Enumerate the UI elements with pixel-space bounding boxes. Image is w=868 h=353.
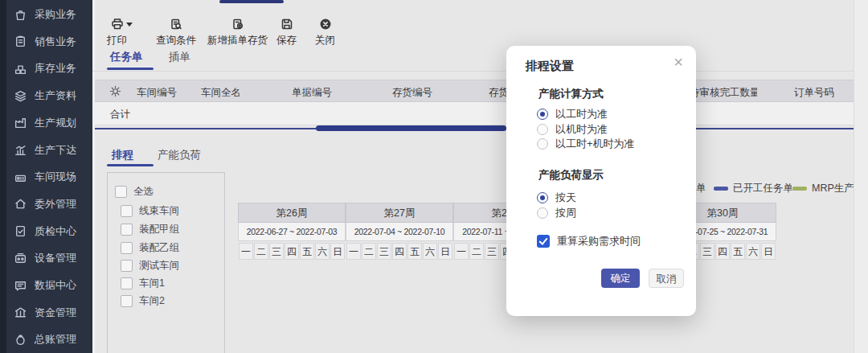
day-name-cell: 三 xyxy=(700,243,714,260)
workshop-checkbox-item[interactable]: 车间1 xyxy=(121,277,165,290)
checkbox-label: 车间1 xyxy=(139,277,165,290)
production-data-icon xyxy=(14,89,27,103)
radio-option-machine-hours[interactable]: 以机时为准 xyxy=(537,122,608,137)
radio-option-by-week[interactable]: 按周 xyxy=(537,206,576,220)
day-name-cell: 二 xyxy=(362,243,376,260)
checkbox-icon[interactable] xyxy=(121,224,133,236)
sidebar-item[interactable]: 生产规划 xyxy=(6,111,92,135)
procurement-icon xyxy=(14,8,27,22)
right-scrollbar-track xyxy=(854,0,868,353)
outsourcing-icon xyxy=(14,197,27,211)
legend-item-truncated: 单 xyxy=(696,182,706,195)
day-name-cell: 六 xyxy=(746,243,760,260)
column-header[interactable]: 车间全名 xyxy=(201,86,241,100)
quality-icon xyxy=(14,224,27,238)
tab-insert-orders[interactable]: 插单 xyxy=(169,50,190,64)
column-header[interactable]: 存货编号 xyxy=(392,86,432,100)
toolbar-button[interactable]: 关闭 xyxy=(315,17,335,47)
dialog-title: 排程设置 xyxy=(526,59,574,74)
day-name-cell: 四 xyxy=(285,243,299,260)
toolbar-button[interactable]: 打印 xyxy=(107,17,127,47)
toolbar-button-label: 新增插单存货 xyxy=(207,34,268,47)
sidebar-item-label: 生产规划 xyxy=(35,116,76,130)
tab-scheduling[interactable]: 排程 xyxy=(112,148,133,162)
sidebar-item-label: 资金管理 xyxy=(35,306,76,320)
toolbar-button[interactable]: 保存 xyxy=(276,17,297,47)
calendar-week: 第26周2022-06-27 ~ 2022-07-03一二三四五六日 xyxy=(238,203,346,260)
week-date-range: 2022-07-04 ~ 2022-07-10 xyxy=(346,223,453,241)
radio-label: 以工时+机时为准 xyxy=(555,137,635,151)
scheduling-settings-dialog: 排程设置 × 产能计算方式 以工时为准 以机时为准 以工时+机时为准 产能负荷显… xyxy=(506,46,696,316)
sidebar-item[interactable]: 销售业务 xyxy=(6,30,92,54)
day-name-row: 一二三四五六日 xyxy=(346,241,453,260)
workshop-checkbox-item[interactable]: 线束车间 xyxy=(121,204,179,218)
workshop-checkbox-item[interactable]: 装配甲组 xyxy=(121,223,179,236)
column-header[interactable]: 订单号码 xyxy=(794,86,834,100)
workshop-checkbox-item[interactable]: 测试车间 xyxy=(121,259,179,273)
recalc-purchase-checkbox[interactable]: 重算采购需求时间 xyxy=(537,234,641,248)
column-header[interactable]: 单据编号 xyxy=(292,86,332,100)
checkbox-icon[interactable] xyxy=(121,295,133,307)
checkbox-label: 装配乙组 xyxy=(139,241,179,255)
sidebar-item-label: 总账管理 xyxy=(35,332,76,347)
sidebar: 采购业务销售业务库存业务生产资料生产规划生产下达车间现场委外管理质检中心设备管理… xyxy=(6,0,92,353)
table-header: 车间编号车间全名单据编号存货编号存货待审核完工数量订单号码 xyxy=(95,80,854,102)
sidebar-item[interactable]: 生产资料 xyxy=(6,84,92,108)
checkbox-icon[interactable] xyxy=(121,260,133,272)
checkbox-icon[interactable] xyxy=(115,186,127,198)
sidebar-item[interactable]: 质检中心 xyxy=(6,220,92,244)
inventory-icon xyxy=(14,62,27,76)
day-name-cell: 三 xyxy=(485,243,499,260)
workshop-checkbox-item[interactable]: 全选 xyxy=(115,185,154,199)
printer-icon xyxy=(110,17,125,34)
gear-icon[interactable] xyxy=(109,85,121,97)
radio-option-work-plus-machine[interactable]: 以工时+机时为准 xyxy=(537,137,635,151)
workshop-icon xyxy=(14,170,27,184)
section-heading-load-display: 产能负荷显示 xyxy=(538,168,604,183)
toolbar-button[interactable]: 新增插单存货 xyxy=(207,17,268,47)
sidebar-item[interactable]: 库存业务 xyxy=(6,56,92,80)
checkbox-label: 线束车间 xyxy=(139,204,179,218)
sidebar-item[interactable]: 总账管理 xyxy=(6,327,92,351)
radio-option-by-day[interactable]: 按天 xyxy=(537,191,576,205)
checkbox-icon[interactable] xyxy=(121,242,133,254)
radio-option-work-hours[interactable]: 以工时为准 xyxy=(537,107,608,121)
workshop-checkbox-item[interactable]: 装配乙组 xyxy=(121,241,179,255)
week-label: 第27周 xyxy=(346,203,453,223)
radio-icon xyxy=(537,207,548,219)
sidebar-item[interactable]: 委外管理 xyxy=(6,192,92,216)
sidebar-edge-strip xyxy=(0,0,6,353)
sidebar-item-label: 数据中心 xyxy=(35,278,76,293)
day-name-cell: 六 xyxy=(315,243,330,260)
sidebar-item[interactable]: 数据中心 xyxy=(6,273,92,298)
checkbox-icon[interactable] xyxy=(121,205,133,217)
workshop-checkbox-item[interactable]: 车间2 xyxy=(121,294,165,308)
day-name-cell: 三 xyxy=(377,243,391,260)
chevron-down-icon[interactable] xyxy=(126,23,133,27)
toolbar-button-label: 保存 xyxy=(276,34,297,47)
search-conditions-icon xyxy=(169,17,183,34)
checkbox-label: 车间2 xyxy=(139,294,165,308)
tab-task-orders[interactable]: 任务单 xyxy=(110,50,143,64)
day-name-cell: 四 xyxy=(392,243,407,260)
funds-icon xyxy=(14,306,27,319)
close-icon[interactable]: × xyxy=(674,54,683,70)
tab-capacity-load[interactable]: 产能负荷 xyxy=(158,148,201,162)
confirm-button[interactable]: 确定 xyxy=(601,269,640,288)
checkbox-label: 重算采购需求时间 xyxy=(557,234,641,248)
sidebar-item[interactable]: 资金管理 xyxy=(6,301,92,325)
checkbox-icon[interactable] xyxy=(121,277,133,289)
column-header[interactable]: 车间编号 xyxy=(137,86,177,100)
toolbar-button[interactable]: 查询条件 xyxy=(156,17,196,47)
sidebar-item[interactable]: 设备管理 xyxy=(6,246,92,270)
day-name-cell: 二 xyxy=(254,243,268,260)
sidebar-item[interactable]: 采购业务 xyxy=(6,2,92,27)
close-circle-icon xyxy=(318,17,333,34)
sidebar-item[interactable]: 车间现场 xyxy=(6,165,92,189)
column-header[interactable]: 待审核完工数量 xyxy=(690,86,757,100)
cancel-button[interactable]: 取消 xyxy=(649,269,684,288)
sidebar-item[interactable]: 生产下达 xyxy=(6,138,92,162)
active-tab-indicator xyxy=(107,68,154,70)
save-icon xyxy=(280,17,294,34)
horizontal-scrollbar-thumb[interactable] xyxy=(316,125,506,131)
